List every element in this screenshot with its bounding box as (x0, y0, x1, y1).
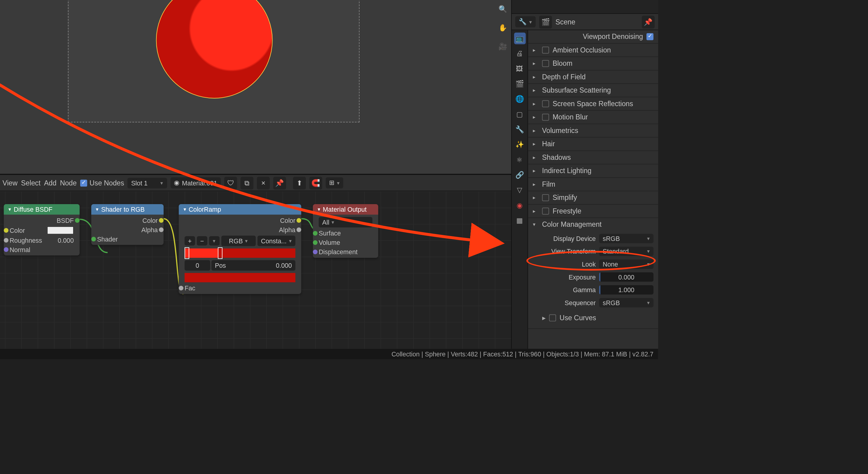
viewport-denoising-label: Viewport Denoising (583, 33, 643, 41)
viewport-denoising-checkbox[interactable] (647, 33, 653, 40)
gamma-field[interactable]: 1.000 (599, 285, 653, 295)
status-bar: ▥ Collection | Sphere | Verts:482 | Face… (0, 349, 658, 359)
section-freestyle[interactable]: ▸Freestyle (528, 205, 658, 218)
look-dropdown[interactable]: None▾ (599, 260, 653, 269)
material-delete-icon[interactable]: × (257, 176, 270, 189)
section-ssr[interactable]: ▸Screen Space Reflections (528, 97, 658, 110)
use-nodes-checkbox[interactable] (80, 179, 87, 186)
ne-menu-select[interactable]: Select (21, 179, 41, 187)
ne-menu-view[interactable]: View (2, 179, 18, 187)
material-pin-icon[interactable]: 📌 (273, 176, 286, 189)
node-graph[interactable]: ▾Diffuse BSDF BSDF Color Roughness0.000 … (0, 191, 511, 349)
properties-editor-dropdown[interactable]: 🔧 ▾ (516, 16, 536, 27)
section-indirect-lighting[interactable]: ▸Indirect Lighting (528, 164, 658, 177)
tab-constraints-icon[interactable]: 🔗 (514, 169, 526, 181)
ne-menu-add[interactable]: Add (44, 179, 56, 187)
tab-world-icon[interactable]: 🌐 (514, 93, 526, 105)
ramp-gradient[interactable] (184, 248, 296, 258)
material-field[interactable]: ◉ Material.001 (170, 177, 221, 188)
node-material-output[interactable]: ▾Material Output All ▾ Surface Volume Di… (313, 204, 378, 258)
viewport-3d[interactable]: Camera Perspective (1) Collection | Sphe… (0, 0, 511, 174)
tab-texture-icon[interactable]: ▦ (514, 215, 526, 227)
tab-mesh-icon[interactable]: ▽ (514, 184, 526, 196)
section-motion-blur[interactable]: ▸Motion Blur (528, 111, 658, 124)
use-curves-label: Use Curves (560, 314, 596, 322)
sphere-object[interactable] (156, 0, 273, 98)
ramp-index-field[interactable]: 0 (184, 260, 210, 271)
ramp-color-swatch[interactable] (184, 273, 296, 282)
status-right: Collection | Sphere | Verts:482 | Faces:… (392, 351, 653, 358)
ne-menu-node[interactable]: Node (60, 179, 77, 187)
ne-parent-icon[interactable]: ⬆ (293, 176, 306, 189)
section-depth-of-field[interactable]: ▸Depth of Field (528, 70, 658, 84)
scene-context-icon: 🎬 (539, 16, 552, 28)
tab-output-icon[interactable]: 🖨 (514, 48, 526, 59)
section-shadows[interactable]: ▸Shadows (528, 151, 658, 164)
properties-pin-icon[interactable]: 📌 (642, 16, 655, 28)
tab-particles-icon[interactable]: ✨ (514, 139, 526, 150)
node-shader-to-rgb[interactable]: ▾Shader to RGB Color Alpha Shader (91, 204, 164, 245)
section-film[interactable]: ▸Film (528, 178, 658, 191)
node-diffuse-bsdf[interactable]: ▾Diffuse BSDF BSDF Color Roughness0.000 … (4, 204, 80, 256)
camera-view-icon[interactable]: 🎥 (496, 39, 510, 53)
exposure-field[interactable]: 0.000 (599, 272, 653, 282)
properties-context-label: Scene (555, 18, 575, 26)
view-transform-dropdown[interactable]: Standard▾ (599, 247, 653, 256)
section-ambient-occlusion[interactable]: ▸Ambient Occlusion (528, 44, 658, 57)
ramp-menu-icon[interactable]: ▾ (209, 236, 220, 245)
ramp-pos-field[interactable]: Pos0.000 (211, 260, 296, 271)
pan-icon[interactable]: ✋ (496, 21, 510, 35)
sequencer-dropdown[interactable]: sRGB▾ (599, 298, 653, 307)
tab-modifiers-icon[interactable]: 🔧 (514, 124, 526, 136)
ramp-mode-dropdown[interactable]: Consta... ▾ (257, 236, 296, 246)
section-bloom[interactable]: ▸Bloom (528, 57, 658, 70)
material-shield-icon[interactable]: 🛡 (224, 176, 237, 189)
tab-physics-icon[interactable]: ⚛ (514, 154, 526, 166)
node-colorramp[interactable]: ▾ColorRamp Color Alpha + − ▾ RGB ▾ Const… (179, 204, 301, 294)
section-color-management[interactable]: ▾Color Management (528, 218, 658, 231)
section-sss[interactable]: ▸Subsurface Scattering (528, 84, 658, 97)
tab-viewlayer-icon[interactable]: 🖼 (514, 63, 526, 75)
ramp-interp-dropdown[interactable]: RGB ▾ (221, 236, 255, 246)
section-volumetrics[interactable]: ▸Volumetrics (528, 124, 658, 137)
ne-snap-icon[interactable]: 🧲 (310, 176, 322, 189)
use-nodes-label: Use Nodes (90, 179, 124, 187)
ne-snap-dropdown[interactable]: ⊞ ▾ (326, 177, 343, 188)
display-device-dropdown[interactable]: sRGB▾ (599, 234, 653, 243)
output-target-dropdown[interactable]: All ▾ (318, 217, 372, 227)
section-simplify[interactable]: ▸Simplify (528, 191, 658, 204)
slot-dropdown[interactable]: Slot 1 ▾ (128, 178, 167, 188)
zoom-icon[interactable]: 🔍 (496, 2, 510, 16)
ramp-add-icon[interactable]: + (184, 236, 195, 245)
material-copy-icon[interactable]: ⧉ (241, 176, 253, 189)
ramp-remove-icon[interactable]: − (197, 236, 207, 245)
tab-render-icon[interactable]: 📺 (514, 33, 526, 44)
tab-object-icon[interactable]: ▢ (514, 109, 526, 120)
section-hair[interactable]: ▸Hair (528, 138, 658, 150)
tab-scene-icon[interactable]: 🎬 (514, 78, 526, 90)
camera-frame (68, 0, 359, 122)
tab-material-icon[interactable]: ◉ (514, 199, 526, 211)
